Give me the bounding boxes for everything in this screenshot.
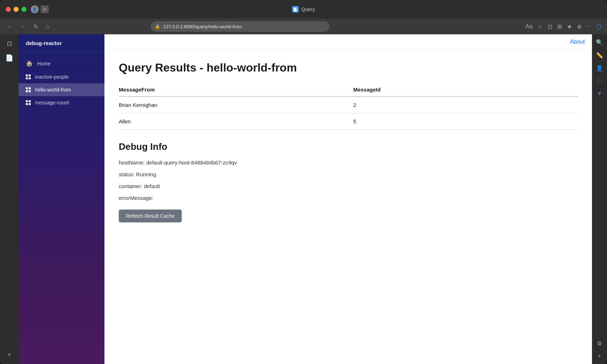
favorites-button[interactable]: ★ — [566, 22, 573, 31]
security-icon: 🔒 — [155, 24, 160, 29]
grid-icon-active — [26, 87, 31, 92]
teams-icon[interactable]: ▼ — [594, 89, 604, 99]
home-button[interactable]: ⌂ — [44, 22, 52, 31]
collections-button[interactable]: ⊕ — [576, 22, 583, 31]
about-link[interactable]: About — [570, 39, 585, 45]
user-icon[interactable]: 👤 — [594, 63, 604, 73]
col-header-message-id: MessageId — [339, 83, 578, 97]
settings-icon[interactable]: ⚙ — [594, 338, 604, 348]
sidebar-nav: 🏠 Home inactive-people — [19, 52, 104, 113]
bookmark-button[interactable]: ☆ — [536, 22, 544, 31]
add-panel-button[interactable]: + — [594, 351, 604, 361]
sidebar-item-message-count[interactable]: message-count — [19, 96, 104, 109]
refresh-button[interactable]: ↻ — [31, 22, 40, 31]
titlebar: 👤 ⊞ 📄 Query — [0, 0, 607, 19]
maximize-button[interactable] — [21, 7, 26, 12]
grid-icon — [26, 74, 31, 79]
page-title: Query Results - hello-world-from — [119, 61, 578, 74]
debug-title: Debug Info — [119, 141, 578, 152]
search-icon[interactable]: 🔍 — [594, 37, 604, 47]
window-title: Query — [301, 6, 315, 12]
reader-button[interactable]: Aa — [524, 22, 534, 31]
grid-icon — [26, 100, 31, 105]
sidebar-item-label: message-count — [35, 100, 69, 105]
home-icon: 🏠 — [26, 60, 33, 67]
back-button[interactable]: ← — [4, 22, 14, 31]
sidebar-item-label: Home — [37, 61, 50, 67]
edge-icon[interactable]: ⬡ — [595, 22, 603, 31]
refetch-button[interactable]: Refetch Result Cache — [119, 210, 182, 222]
pen-icon[interactable]: ✏️ — [594, 50, 604, 60]
titlebar-center: 📄 Query — [292, 6, 315, 13]
content-body: Query Results - hello-world-from Message… — [104, 50, 592, 234]
table-row: Allen 5 — [119, 113, 578, 130]
results-table: MessageFrom MessageId Brian Kernighan 2 … — [119, 83, 578, 130]
address-bar[interactable]: 🔒 127.0.0.1:8080/query/hello-world-from — [151, 21, 329, 32]
table-row: Brian Kernighan 2 — [119, 97, 578, 113]
sidebar-item-hello-world-from[interactable]: hello-world-from — [19, 83, 104, 96]
page-icon: 📄 — [292, 6, 298, 13]
sidebar-item-label: inactive-people — [35, 74, 69, 80]
outlook-icon[interactable]: ⬡ — [594, 76, 604, 86]
cell-message-from: Allen — [119, 113, 339, 130]
browser-actions: Aa ☆ ⊡ ⊞ ★ ⊕ ··· ⬡ — [524, 22, 603, 31]
browser-chrome: ← → ↻ ⌂ 🔒 127.0.0.1:8080/query/hello-wor… — [0, 19, 607, 34]
sidebar-header: debug-reactor — [19, 34, 104, 52]
browser-panel: debug-reactor 🏠 Home ina — [19, 34, 607, 364]
traffic-lights — [6, 7, 26, 12]
content-area: About Query Results - hello-world-from M… — [104, 34, 592, 364]
explorer-button[interactable]: ⊡ — [3, 37, 16, 50]
debug-container: container: default — [119, 183, 578, 189]
col-header-message-from: MessageFrom — [119, 83, 339, 97]
debug-error-message: errorMessage: — [119, 195, 578, 201]
url-text: 127.0.0.1:8080/query/hello-world-from — [163, 24, 242, 29]
cell-message-id: 2 — [339, 97, 578, 113]
main-area: ⊡ 📄 + debug-reactor 🏠 Home — [0, 34, 607, 364]
close-button[interactable] — [6, 7, 11, 12]
forward-button[interactable]: → — [18, 22, 28, 31]
activity-bar: ⊡ 📄 + — [0, 34, 19, 364]
split-button[interactable]: ⊞ — [556, 22, 563, 31]
minimize-button[interactable] — [14, 7, 19, 12]
sidebar-item-inactive-people[interactable]: inactive-people — [19, 70, 104, 83]
sidebar-item-label: hello-world-from — [35, 87, 71, 93]
debug-hostname: hostName: default-query-host-8488484b67-… — [119, 159, 578, 166]
tab-button[interactable]: ⊡ — [546, 22, 554, 31]
add-button[interactable]: + — [3, 348, 16, 361]
profile-avatar: 👤 — [31, 5, 39, 13]
debug-section: Debug Info hostName: default-query-host-… — [119, 141, 578, 222]
files-button[interactable]: 📄 — [3, 51, 16, 64]
cell-message-id: 5 — [339, 113, 578, 130]
app-name: debug-reactor — [26, 40, 62, 46]
app-sidebar: debug-reactor 🏠 Home ina — [19, 34, 104, 364]
right-sidebar: 🔍 ✏️ 👤 ⬡ ▼ ⚙ + — [592, 34, 607, 364]
sidebar-item-home[interactable]: 🏠 Home — [19, 56, 104, 70]
debug-status: status: Running — [119, 171, 578, 177]
cell-message-from: Brian Kernighan — [119, 97, 339, 113]
extension-icon: ⊞ — [41, 5, 49, 13]
more-button[interactable]: ··· — [585, 22, 593, 31]
content-topbar: About — [104, 34, 592, 50]
